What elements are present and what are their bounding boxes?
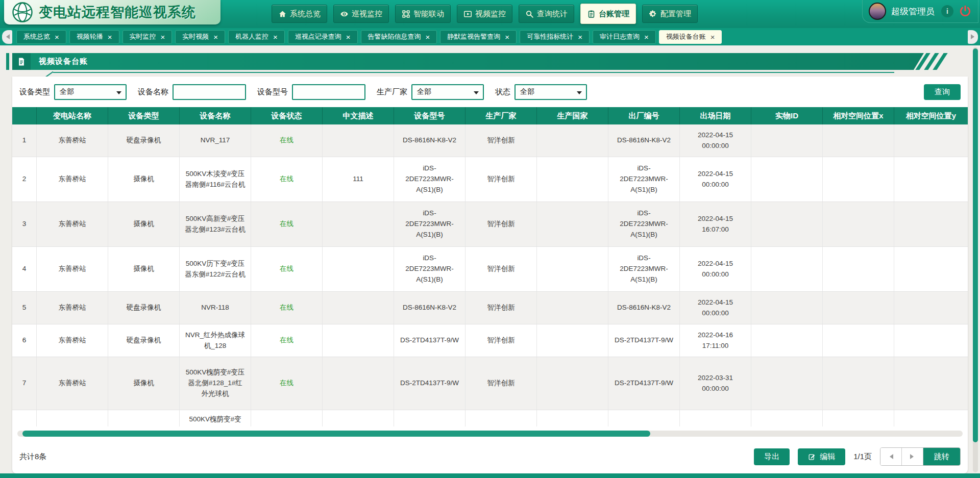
tab-item[interactable]: 系统总览× xyxy=(16,30,66,44)
user-avatar[interactable] xyxy=(869,3,886,20)
vertical-scrollbar-thumb[interactable] xyxy=(973,48,978,442)
nav-label: 系统总览 xyxy=(290,9,321,19)
tab-item[interactable]: 巡视点记录查询× xyxy=(288,30,358,44)
cell-model: iDS-2DE7223MWR-A(S1)(B) xyxy=(394,157,465,202)
nav-query-statistics[interactable]: 查询统计 xyxy=(519,5,574,23)
search-button[interactable]: 查询 xyxy=(924,84,961,100)
cell-x xyxy=(823,357,894,410)
column-header: 变电站名称 xyxy=(37,107,108,124)
cell-pid xyxy=(751,410,823,426)
cell-no: 4 xyxy=(12,247,37,291)
tab-active[interactable]: 视频设备台账× xyxy=(659,30,722,44)
cell-no: 1 xyxy=(12,124,37,157)
cell-no: 5 xyxy=(12,292,37,324)
cell-desc xyxy=(323,410,394,426)
nav-video-monitor[interactable]: 视频监控 xyxy=(457,5,512,23)
jump-button[interactable]: 跳转 xyxy=(923,448,960,465)
tab-item[interactable]: 静默监视告警查询× xyxy=(440,30,517,44)
edit-button[interactable]: 编辑 xyxy=(798,448,845,465)
tab-close-icon[interactable]: × xyxy=(505,33,509,41)
column-header: 生产厂家 xyxy=(465,107,537,124)
tab-close-icon[interactable]: × xyxy=(108,33,112,41)
logout-power-icon[interactable] xyxy=(959,5,972,18)
tab-item[interactable]: 实时监控× xyxy=(122,30,173,44)
tab-close-icon[interactable]: × xyxy=(55,33,59,41)
table-row: 1东善桥站硬盘录像机NVR_117在线DS-8616N-K8-V2智洋创新DS-… xyxy=(12,124,968,157)
tab-item[interactable]: 机器人监控× xyxy=(228,30,285,44)
device-name-input[interactable] xyxy=(173,84,246,100)
cell-maker: 智洋创新 xyxy=(465,324,537,357)
cell-country xyxy=(537,247,608,291)
cell-serial: DS-8616N-K8-V2 xyxy=(608,292,680,324)
tab-close-icon[interactable]: × xyxy=(644,33,649,41)
cell-name: NVR_红外热成像球机_128 xyxy=(180,324,251,357)
cell-pid xyxy=(751,357,823,410)
tab-scroll-left-icon[interactable] xyxy=(2,30,12,44)
tab-close-icon[interactable]: × xyxy=(426,33,430,41)
column-header: 设备状态 xyxy=(251,107,323,124)
export-button[interactable]: 导出 xyxy=(754,448,790,465)
cell-station: 东善桥站 xyxy=(37,157,108,202)
tab-item[interactable]: 审计日志查询× xyxy=(593,30,656,44)
horizontal-scrollbar-thumb[interactable] xyxy=(22,431,650,437)
tab-close-icon[interactable]: × xyxy=(161,33,165,41)
nav-ledger-management[interactable]: 台账管理 xyxy=(580,4,636,24)
tab-label: 机器人监控 xyxy=(235,32,268,41)
cell-model: iDS-2DE7223MWR-A(S1)(B) xyxy=(394,247,465,291)
page-title-bar: 视频设备台账 xyxy=(12,53,924,70)
cell-y xyxy=(894,357,968,410)
cell-pid xyxy=(751,324,823,357)
cell-date: 2022-04-15 00:00:00 xyxy=(680,124,751,157)
device-name-label: 设备名称 xyxy=(138,87,168,97)
cell-serial: DS-2TD4137T-9/W xyxy=(608,357,680,410)
column-header: 中文描述 xyxy=(323,107,394,124)
cell-model: DS-8616N-K8-V2 xyxy=(394,124,465,157)
tab-close-icon[interactable]: × xyxy=(710,33,715,41)
vertical-scrollbar[interactable] xyxy=(973,47,978,472)
cell-name: 500KV木渎变#变压器南侧#116#云台机 xyxy=(180,157,251,202)
filter-bar: 设备类型 全部 设备名称 设备型号 生产厂家 全部 xyxy=(12,82,968,102)
nav-inspection-monitor[interactable]: 巡视监控 xyxy=(333,5,389,23)
tab-close-icon[interactable]: × xyxy=(273,33,278,41)
cell-status: 在线 xyxy=(251,247,323,291)
next-page-icon[interactable] xyxy=(902,448,923,465)
manufacturer-label: 生产厂家 xyxy=(377,87,407,97)
column-header: 设备型号 xyxy=(394,107,465,124)
home-icon xyxy=(278,10,287,18)
manufacturer-select[interactable]: 全部 xyxy=(411,84,484,100)
cell-station: 东善桥站 xyxy=(37,357,108,410)
horizontal-scrollbar[interactable] xyxy=(17,431,963,437)
tab-item[interactable]: 可靠性指标统计× xyxy=(520,30,590,44)
cell-pid xyxy=(751,202,823,246)
tab-scroll-right-icon[interactable] xyxy=(968,30,978,44)
tab-label: 巡视点记录查询 xyxy=(295,32,341,41)
title-accent-bar xyxy=(6,53,9,70)
cell-x xyxy=(823,410,894,426)
tab-item[interactable]: 视频轮播× xyxy=(69,30,119,44)
main-nav: 系统总览 巡视监控 智能联动 视频监控 查询统计 台账管理 xyxy=(272,5,698,24)
cell-model: DS-2TD4137T-9/W xyxy=(394,357,465,410)
table-row: 7东善桥站摄像机500KV槐荫变#变压器北侧#128_1#红外光球机在线DS-2… xyxy=(12,357,968,410)
tab-close-icon[interactable]: × xyxy=(578,33,582,41)
device-type-select[interactable]: 全部 xyxy=(54,84,127,100)
tab-close-icon[interactable]: × xyxy=(346,33,351,41)
nav-smart-linkage[interactable]: 智能联动 xyxy=(395,5,451,23)
status-select[interactable]: 全部 xyxy=(514,84,587,100)
table-row: 5东善桥站硬盘录像机NVR-118在线DS-8616N-K8-V2智洋创新DS-… xyxy=(12,292,968,324)
cell-station: 东善桥站 xyxy=(37,124,108,157)
tab-close-icon[interactable]: × xyxy=(213,33,218,41)
tab-label: 实时监控 xyxy=(130,32,156,41)
nav-system-overview[interactable]: 系统总览 xyxy=(272,5,327,23)
prev-page-icon[interactable] xyxy=(880,448,902,465)
cell-date: 2022-04-16 17:11:00 xyxy=(680,324,751,357)
info-icon[interactable]: i xyxy=(941,5,953,17)
tab-list: 系统总览×视频轮播×实时监控×实时视频×机器人监控×巡视点记录查询×告警缺陷信息… xyxy=(16,30,964,44)
nav-config-management[interactable]: 配置管理 xyxy=(642,5,698,23)
cell-status: 在线 xyxy=(251,202,323,246)
tab-item[interactable]: 实时视频× xyxy=(175,30,225,44)
device-model-input[interactable] xyxy=(292,84,365,100)
cell-name: NVR_117 xyxy=(180,124,251,157)
pagination: 跳转 xyxy=(880,447,961,466)
decor-stripes-icon xyxy=(921,53,942,70)
tab-item[interactable]: 告警缺陷信息查询× xyxy=(361,30,437,44)
